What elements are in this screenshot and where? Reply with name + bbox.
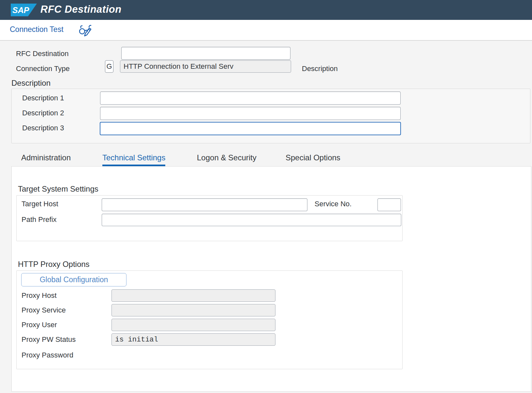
proxy-service-input[interactable] [111,304,275,316]
http-proxy-options-title: HTTP Proxy Options [18,260,90,269]
page-title: RFC Destination [40,4,122,15]
description-3-label: Description 3 [22,124,64,132]
proxy-password-label: Proxy Password [22,351,73,359]
tab-technical-settings[interactable]: Technical Settings [102,153,165,167]
toolbar: Connection Test [0,20,532,41]
connection-test-button[interactable]: Connection Test [10,25,64,34]
description-1-input[interactable] [100,92,401,105]
proxy-host-label: Proxy Host [22,291,57,300]
target-system-settings-title: Target System Settings [18,184,98,194]
connection-type-code-box[interactable]: G [105,60,113,73]
connection-type-description-label: Description [302,65,338,73]
svg-text:SAP: SAP [12,6,29,15]
proxy-pw-status-input[interactable] [111,333,275,346]
rfc-destination-label: RFC Destination [16,50,68,58]
target-host-label: Target Host [22,200,58,208]
proxy-service-label: Proxy Service [22,306,66,314]
description-1-label: Description 1 [22,94,64,102]
path-prefix-input[interactable] [102,214,401,226]
sap-logo: SAP [11,4,37,16]
proxy-host-input[interactable] [111,289,275,302]
path-prefix-label: Path Prefix [22,215,57,224]
target-host-input[interactable] [102,198,307,211]
service-no-input[interactable] [377,198,401,211]
description-3-input[interactable] [100,122,401,135]
proxy-pw-status-label: Proxy PW Status [22,335,76,344]
proxy-user-label: Proxy User [22,321,57,329]
proxy-user-input[interactable] [111,319,275,331]
app-header: SAP RFC Destination [0,0,532,20]
service-no-label: Service No. [315,200,352,208]
global-configuration-button[interactable]: Global Configuration [21,273,126,286]
description-section-title: Description [11,79,51,88]
tab-special-options[interactable]: Special Options [286,153,340,167]
tab-administration[interactable]: Administration [21,153,71,167]
connection-type-label: Connection Type [16,65,70,73]
description-2-input[interactable] [100,107,401,120]
tab-logon-security[interactable]: Logon & Security [197,153,257,167]
description-2-label: Description 2 [22,109,64,117]
rfc-destination-input[interactable] [121,47,290,60]
display-change-icon[interactable] [78,23,93,38]
connection-type-input[interactable] [120,60,291,73]
